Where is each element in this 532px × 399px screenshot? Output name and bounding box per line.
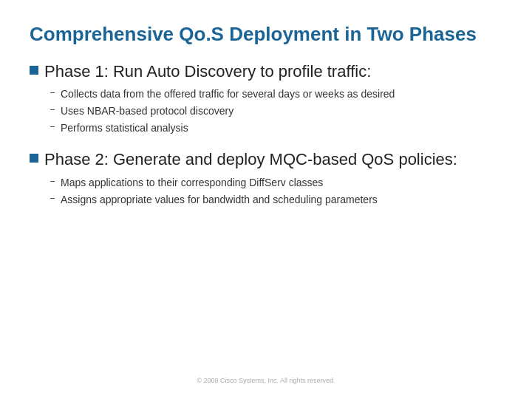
- slide: Comprehensive Qo.S Deployment in Two Pha…: [0, 0, 532, 399]
- phase-2-sub-item-1: Maps applications to their corresponding…: [50, 175, 502, 191]
- phase-1-bullet: [30, 66, 38, 75]
- slide-content: Phase 1: Run Auto Discovery to profile t…: [30, 61, 502, 370]
- phase-1-sub-item-3: Performs statistical analysis: [50, 120, 502, 136]
- phase-2-bullet: [30, 154, 38, 163]
- phase-2-heading-row: Phase 2: Generate and deploy MQC-based Q…: [30, 149, 502, 171]
- phase-1-heading-row: Phase 1: Run Auto Discovery to profile t…: [30, 61, 502, 83]
- phase-2-sub-item-2: Assigns appropriate values for bandwidth…: [50, 192, 502, 208]
- phase-1-sub-item-2: Uses NBAR-based protocol discovery: [50, 103, 502, 119]
- phase-1-sub-items: Collects data from the offered traffic f…: [30, 86, 502, 136]
- slide-footer: © 2008 Cisco Systems, Inc. All rights re…: [30, 369, 502, 384]
- phase-2-block: Phase 2: Generate and deploy MQC-based Q…: [30, 149, 502, 208]
- slide-title: Comprehensive Qo.S Deployment in Two Pha…: [30, 22, 502, 47]
- phase-1-block: Phase 1: Run Auto Discovery to profile t…: [30, 61, 502, 137]
- phase-1-heading-text: Phase 1: Run Auto Discovery to profile t…: [44, 61, 371, 83]
- phase-2-heading-text: Phase 2: Generate and deploy MQC-based Q…: [44, 149, 457, 171]
- phase-1-sub-item-1: Collects data from the offered traffic f…: [50, 86, 502, 102]
- phase-2-sub-items: Maps applications to their corresponding…: [30, 175, 502, 208]
